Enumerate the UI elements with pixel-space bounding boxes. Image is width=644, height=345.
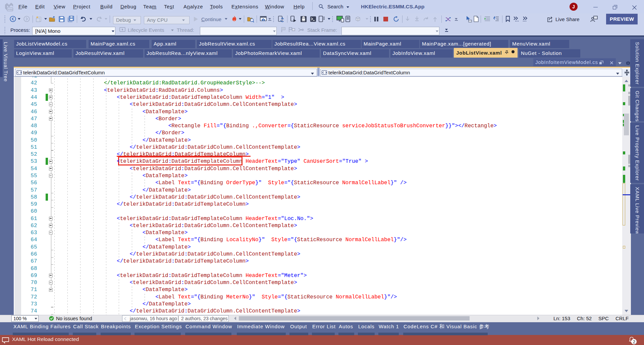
svg-text:2: 2 [633,339,635,344]
svg-text:PRE: PRE [8,8,13,11]
